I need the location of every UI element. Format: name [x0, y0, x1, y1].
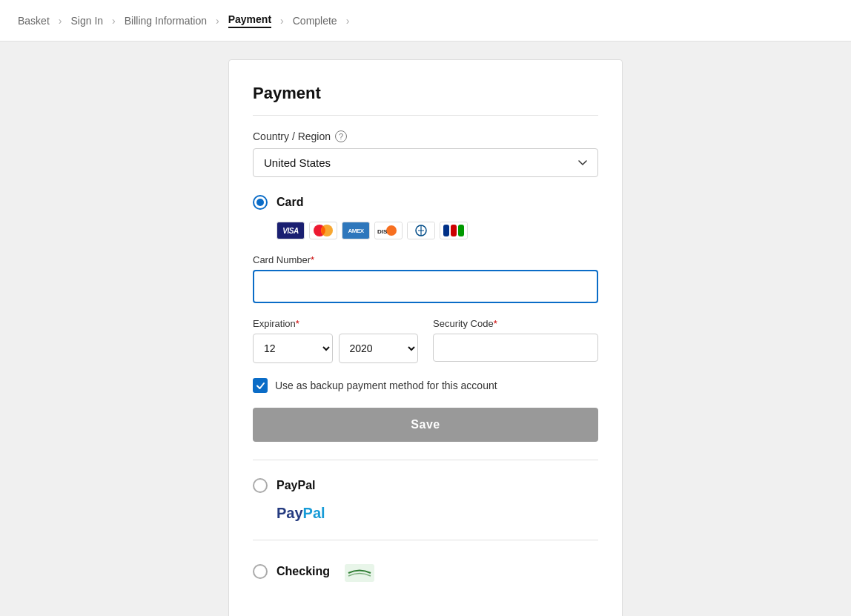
paypal-method-name: PayPal [277, 479, 315, 492]
visa-logo: VISA [277, 222, 305, 239]
breadcrumb-basket[interactable]: Basket [18, 15, 50, 27]
diners-logo [407, 222, 435, 239]
card-method-header: Card [253, 195, 598, 210]
expiry-month-select[interactable]: 01 02 03 04 05 06 07 08 09 10 11 12 [253, 334, 333, 363]
save-button[interactable]: Save [253, 408, 598, 442]
security-code-label: Security Code* [433, 318, 598, 329]
breadcrumb-sep-3: › [216, 15, 219, 27]
svg-rect-11 [451, 225, 457, 236]
expiration-label: Expiration* [253, 318, 418, 329]
page-title: Payment [253, 84, 598, 116]
jcb-logo [440, 222, 468, 239]
breadcrumb-complete[interactable]: Complete [293, 15, 337, 27]
expiry-security-row: Expiration* 01 02 03 04 05 06 07 08 09 [253, 318, 598, 363]
security-code-group: Security Code* [433, 318, 598, 363]
paypal-logo: PayPal [277, 505, 598, 522]
mastercard-logo [309, 222, 337, 239]
checking-logo [345, 564, 374, 585]
breadcrumb-billing[interactable]: Billing Information [125, 15, 207, 27]
paypal-method-header: PayPal [253, 478, 598, 493]
security-code-input[interactable] [433, 334, 598, 362]
breadcrumb-payment[interactable]: Payment [228, 13, 271, 28]
expiry-year-select[interactable]: 2019 2020 2021 2022 2023 2024 2025 [339, 334, 419, 363]
checking-payment-section: Checking [253, 558, 598, 615]
breadcrumb-sep-2: › [112, 15, 116, 27]
payment-card: Payment Country / Region ? United States… [228, 59, 623, 616]
card-logos-row: VISA AMEX DIS [277, 222, 598, 239]
svg-rect-10 [443, 225, 449, 236]
main-content: Payment Country / Region ? United States… [0, 42, 851, 616]
country-help-icon[interactable]: ? [335, 130, 347, 142]
country-select[interactable]: United States Canada United Kingdom Aust… [253, 148, 598, 177]
expiry-selects: 01 02 03 04 05 06 07 08 09 10 11 12 [253, 334, 418, 363]
amex-logo: AMEX [342, 222, 370, 239]
checking-method-header: Checking [253, 558, 598, 585]
country-region-label: Country / Region ? [253, 130, 598, 142]
expiration-group: Expiration* 01 02 03 04 05 06 07 08 09 [253, 318, 418, 363]
breadcrumb-sep-5: › [346, 15, 350, 27]
card-payment-section: Card VISA AMEX [253, 195, 598, 460]
card-radio-button[interactable] [253, 195, 268, 210]
backup-payment-row: Use as backup payment method for this ac… [253, 378, 598, 393]
card-number-input[interactable] [253, 270, 598, 303]
discover-logo: DIS [374, 222, 403, 239]
card-number-label: Card Number* [253, 254, 598, 265]
checking-method-name: Checking [277, 565, 330, 578]
paypal-radio-button[interactable] [253, 478, 268, 493]
breadcrumb-sep-4: › [280, 15, 284, 27]
breadcrumb-signin[interactable]: Sign In [70, 15, 103, 27]
svg-text:DIS: DIS [377, 228, 388, 235]
breadcrumb-sep-1: › [59, 15, 62, 27]
card-method-name: Card [277, 196, 303, 209]
breadcrumb: Basket › Sign In › Billing Information ›… [0, 0, 851, 42]
paypal-payment-section: PayPal PayPal [253, 478, 598, 540]
checking-radio-button[interactable] [253, 564, 268, 579]
backup-payment-checkbox[interactable] [253, 378, 268, 393]
svg-point-3 [386, 225, 397, 236]
svg-rect-12 [458, 225, 464, 236]
backup-payment-label: Use as backup payment method for this ac… [275, 380, 497, 391]
country-region-group: Country / Region ? United States Canada … [253, 130, 598, 177]
card-number-group: Card Number* [253, 254, 598, 303]
